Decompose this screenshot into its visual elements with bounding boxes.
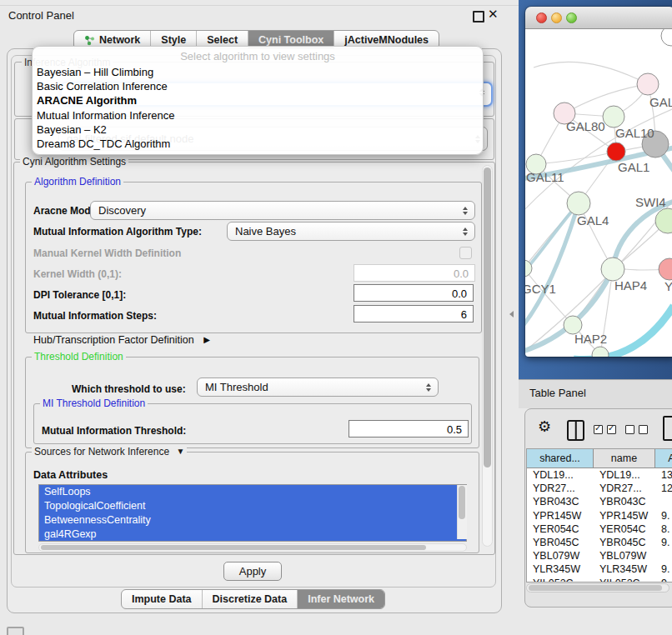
zoom-traffic-light-icon[interactable] [566, 12, 577, 23]
attribute-item[interactable]: SelfLoops [39, 485, 466, 499]
deselect-all-columns-icon[interactable] [625, 425, 648, 434]
node-label: GAL10 [615, 126, 654, 140]
close-icon[interactable]: ✕ [488, 7, 499, 22]
network-node[interactable] [655, 208, 672, 233]
aracne-mode-select[interactable]: Discovery [90, 201, 475, 220]
manual-kernel-checkbox[interactable] [459, 247, 472, 259]
table-row[interactable]: YDL19...YDL19...13 [527, 468, 672, 482]
attributes-scrollbar[interactable] [457, 485, 467, 539]
table-row[interactable]: YER054CYER054C8. [527, 522, 672, 536]
panel-title: Control Panel [8, 9, 74, 22]
which-threshold-select[interactable]: MI Threshold [197, 378, 439, 397]
tab-label: Impute Data [132, 593, 192, 605]
data-attributes-list[interactable]: SelfLoopsTopologicalCoefficientBetweenne… [38, 484, 467, 542]
settings-scrollbar[interactable] [482, 165, 493, 547]
table-cell: YDL19... [594, 468, 655, 482]
close-traffic-light-icon[interactable] [536, 12, 547, 23]
table-cell: YPR145W [527, 509, 594, 522]
scrollbar-thumb[interactable] [41, 545, 426, 550]
table-row[interactable]: YDR27...YDR27...12 [527, 482, 672, 495]
table-row[interactable]: YLR345WYLR345W9. [527, 562, 672, 576]
apply-button[interactable]: Apply [223, 562, 282, 581]
minimize-traffic-light-icon[interactable] [551, 12, 562, 23]
node-label: GAL1 [618, 160, 649, 174]
expand-right-icon: ▶ [203, 335, 210, 344]
table-cell: YLR345W [594, 562, 655, 576]
bottom-corner-button[interactable] [7, 627, 24, 635]
column-header[interactable]: A [655, 449, 672, 468]
table-panel-title: Table Panel [529, 387, 586, 399]
node-label: HAP2 [574, 332, 607, 346]
mi-steps-label: Mutual Information Steps: [33, 310, 157, 322]
kernel-width-field[interactable]: 0.0 [354, 264, 475, 282]
network-node[interactable] [659, 258, 672, 280]
attribute-item[interactable]: TopologicalCoefficient [39, 499, 466, 513]
table-row[interactable]: YBR045CYBR045C9. [527, 536, 672, 549]
network-node[interactable] [567, 192, 590, 215]
dropdown-item[interactable]: Mutual Information Inference [33, 108, 483, 122]
hub-definition-label: Hub/Transcription Factor Definition [33, 334, 194, 346]
mi-steps-field[interactable]: 6 [354, 305, 474, 322]
node-label: GAL [649, 95, 672, 109]
scrollbar-thumb[interactable] [459, 486, 465, 519]
dropdown-item[interactable]: Basic Correlation Inference [33, 79, 483, 93]
table-row[interactable]: YBR043CYBR043C [527, 495, 672, 508]
manual-kernel-label: Manual Kernel Width Definition [33, 248, 181, 259]
hub-definition-expander[interactable]: Hub/Transcription Factor Definition ▶ [33, 334, 210, 346]
mi-type-select[interactable]: Naive Bayes [227, 222, 475, 241]
dpi-tolerance-field[interactable]: 0.0 [354, 284, 474, 302]
mi-threshold-field[interactable]: 0.5 [349, 420, 469, 438]
network-canvas[interactable]: GALGAL80GAL10GAL1GAL11SWI4GAL4GCY1HAP4YH… [525, 29, 672, 357]
splitter-collapse-icon[interactable] [509, 311, 514, 318]
scrollbar-thumb[interactable] [484, 168, 491, 468]
column-header[interactable]: name [594, 449, 655, 468]
dropdown-item[interactable]: Bayesian – K2 [33, 122, 483, 137]
column-header[interactable]: shared... [527, 449, 594, 468]
float-window-icon[interactable] [473, 11, 484, 22]
spinner-icon [459, 207, 471, 215]
unchecked-box-icon [625, 425, 634, 434]
tab-label: Style [161, 34, 186, 46]
split-columns-icon[interactable] [567, 420, 584, 441]
network-icon [84, 35, 95, 46]
tab-label: Discretize Data [213, 593, 288, 605]
attribute-item[interactable]: BetweennessCentrality [39, 513, 466, 528]
table-cell: YLR345W [527, 562, 594, 576]
algorithm-dropdown-popup: Select algorithm to view settings Bayesi… [32, 46, 484, 155]
network-graph: GALGAL80GAL10GAL1GAL11SWI4GAL4GCY1HAP4YH… [525, 29, 672, 357]
table-row[interactable]: YBL079WYBL079W [527, 549, 672, 562]
tab-discretize-data[interactable]: Discretize Data [202, 590, 298, 608]
network-node[interactable] [603, 106, 624, 128]
network-node[interactable] [607, 142, 625, 161]
network-node[interactable] [661, 29, 672, 46]
table-cell: YER054C [527, 522, 594, 536]
network-window-titlebar[interactable] [525, 7, 672, 29]
table-cell: YPR145W [594, 509, 655, 522]
network-node[interactable] [637, 73, 659, 95]
table-row[interactable]: YPR145WYPR145W9. [527, 509, 672, 522]
dropdown-item[interactable]: ARACNE Algorithm [33, 93, 483, 108]
attributes-hscrollbar[interactable] [38, 543, 467, 552]
attribute-item[interactable]: gal4RGexp [39, 528, 466, 542]
dropdown-item[interactable]: Bayesian – Hill Climbing [33, 65, 483, 79]
network-node[interactable] [601, 258, 624, 281]
table-cell: YDR27... [527, 482, 594, 495]
document-icon[interactable] [663, 416, 672, 441]
settings-group-title: Cyni Algorithm Settings [20, 156, 128, 168]
sources-title-label: Sources for Network Inference [34, 446, 169, 458]
select-all-columns-icon[interactable] [594, 425, 616, 434]
combo-value: MI Threshold [205, 381, 268, 393]
table-cell: 9. [655, 562, 672, 576]
gear-icon[interactable]: ⚙ [538, 419, 551, 434]
table-row[interactable]: YIL052CYIL052C9 [527, 577, 672, 583]
node-label: GAL4 [577, 213, 609, 228]
spinner-icon [422, 383, 434, 392]
scrollbar-thumb[interactable] [529, 585, 662, 591]
table-hscrollbar[interactable] [526, 583, 669, 592]
dropdown-item[interactable]: Dream8 DC_TDC Algorithm [33, 137, 483, 151]
table-cell: YBR045C [527, 536, 594, 549]
tab-infer-network[interactable]: Infer Network [297, 590, 384, 608]
combo-value: Naive Bayes [235, 225, 296, 238]
sources-group-title[interactable]: Sources for Network Inference ▼ [32, 446, 187, 458]
tab-impute-data[interactable]: Impute Data [122, 590, 202, 608]
